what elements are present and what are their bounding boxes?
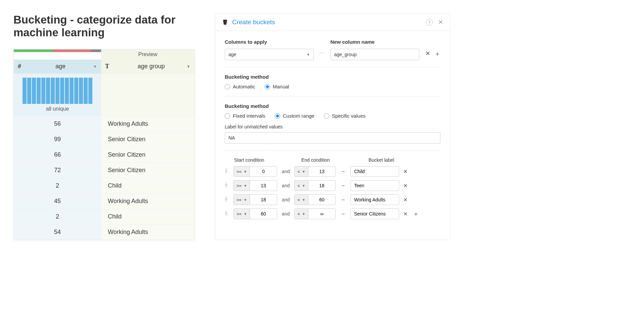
- help-icon[interactable]: ?: [426, 19, 433, 26]
- cell-group: Child: [101, 178, 195, 193]
- radio-custom-range[interactable]: Custom range: [275, 113, 314, 119]
- bucket-label-input[interactable]: [350, 208, 399, 219]
- table-row: 99 Senior Citizen: [14, 131, 195, 147]
- cell-group: Working Adults: [101, 225, 195, 240]
- radio-specific-label: Specific values: [332, 113, 366, 119]
- radio-manual-label: Manual: [273, 84, 289, 89]
- table-row: 56 Working Adults: [14, 116, 195, 131]
- create-buckets-dialog: Create buckets ? ✕ Columns to apply age …: [215, 13, 450, 240]
- chevron-down-icon[interactable]: ▼: [186, 64, 190, 69]
- dialog-title: Create buckets: [232, 18, 421, 26]
- radio-custom-label: Custom range: [283, 113, 314, 119]
- bucket-label-input[interactable]: [350, 194, 399, 205]
- delete-row-icon[interactable]: ✕: [402, 211, 409, 217]
- start-operator-select[interactable]: >= ▼: [234, 166, 250, 176]
- columns-to-apply-label: Columns to apply: [225, 39, 314, 45]
- table-row: 2 Child: [14, 209, 195, 224]
- end-operator-select[interactable]: < ▼: [295, 209, 308, 219]
- column-header-group[interactable]: T age group ▼: [101, 60, 195, 73]
- unmatched-values-input[interactable]: [225, 132, 440, 144]
- bucket-condition-row: ⠿⠿ >= ▼ and < ▼ → ✕: [225, 166, 440, 177]
- end-value-input[interactable]: [308, 166, 335, 176]
- delete-row-icon[interactable]: ✕: [402, 183, 409, 189]
- add-column-icon[interactable]: ＋: [434, 50, 440, 58]
- start-value-input[interactable]: [250, 181, 277, 191]
- end-value-input[interactable]: [308, 209, 335, 219]
- new-column-name-label: New column name: [331, 39, 420, 45]
- range-type-label: Bucketing method: [225, 103, 440, 109]
- end-operator-select[interactable]: < ▼: [295, 166, 308, 176]
- end-operator-select[interactable]: < ▼: [295, 195, 308, 205]
- histogram-label: all unique: [20, 106, 94, 112]
- arrow-right-icon: →: [338, 183, 348, 189]
- cell-age: 54: [14, 225, 101, 240]
- radio-automatic[interactable]: Automatic: [225, 84, 255, 89]
- bucket-condition-row: ⠿⠿ >= ▼ and < ▼ → ✕: [225, 180, 440, 191]
- drag-handle-icon[interactable]: ⠿⠿: [225, 170, 231, 173]
- table-row: 72 Senior Citizen: [14, 162, 195, 178]
- arrow-right-icon: →: [338, 168, 348, 174]
- cell-age: 72: [14, 163, 101, 178]
- and-connector: and: [280, 183, 292, 188]
- preview-header-label: Preview: [101, 49, 195, 60]
- radio-fixed-intervals[interactable]: Fixed intervals: [225, 113, 265, 119]
- cell-age: 66: [14, 147, 101, 162]
- start-value-input[interactable]: [250, 166, 277, 176]
- cell-age: 56: [14, 116, 101, 131]
- start-operator-select[interactable]: >= ▼: [234, 181, 250, 191]
- and-connector: and: [280, 211, 292, 216]
- table-row: 2 Child: [14, 178, 195, 193]
- column-header-age-label: age: [28, 63, 93, 70]
- add-row-icon[interactable]: ＋: [412, 210, 420, 218]
- column-header-age[interactable]: # age ▼: [14, 60, 101, 73]
- end-value-input[interactable]: [308, 195, 335, 205]
- chevron-down-icon: ▼: [307, 53, 310, 56]
- column-quality-bar-gray: [91, 49, 101, 52]
- end-operator-select[interactable]: < ▼: [295, 181, 308, 191]
- end-condition-header: End condition: [301, 157, 369, 163]
- text-type-icon: T: [105, 63, 109, 70]
- drag-handle-icon[interactable]: ⠿⠿: [225, 198, 231, 201]
- end-value-input[interactable]: [308, 181, 335, 191]
- radio-specific-values[interactable]: Specific values: [324, 113, 366, 119]
- drag-handle-icon[interactable]: ⠿⠿: [225, 212, 231, 215]
- cell-group: Working Adults: [101, 116, 195, 131]
- chevron-down-icon[interactable]: ▼: [93, 64, 97, 69]
- column-header-group-label: age group: [116, 63, 186, 70]
- radio-manual[interactable]: Manual: [265, 84, 289, 89]
- histogram-cell-group: [101, 74, 195, 116]
- bucket-condition-row: ⠿⠿ >= ▼ and < ▼ → ✕: [225, 194, 440, 205]
- start-condition-header: Start condition: [234, 157, 301, 163]
- radio-circle-icon: [275, 113, 280, 119]
- drag-handle-icon[interactable]: ⠿⠿: [225, 184, 231, 187]
- remove-column-icon[interactable]: ✕: [425, 50, 430, 58]
- bucketing-method-label: Bucketing method: [225, 74, 440, 80]
- cell-group: Working Adults: [101, 194, 195, 209]
- bucket-icon: [222, 19, 228, 25]
- hash-icon: #: [18, 63, 21, 70]
- radio-circle-icon: [265, 84, 270, 89]
- unmatched-label: Label for unmatched values: [225, 124, 440, 129]
- start-operator-select[interactable]: >= ▼: [234, 209, 250, 219]
- start-value-input[interactable]: [250, 209, 277, 219]
- delete-row-icon[interactable]: ✕: [402, 168, 409, 175]
- start-operator-select[interactable]: >= ▼: [234, 195, 250, 205]
- new-column-name-input[interactable]: [331, 49, 420, 60]
- cell-age: 45: [14, 194, 101, 209]
- delete-row-icon[interactable]: ✕: [402, 197, 409, 203]
- bucket-label-input[interactable]: [350, 180, 399, 191]
- end-condition-group: < ▼: [294, 208, 336, 219]
- cell-age: 2: [14, 178, 101, 193]
- end-condition-group: < ▼: [294, 166, 336, 177]
- table-row: 45 Working Adults: [14, 193, 195, 209]
- bucket-label-input[interactable]: [350, 166, 399, 177]
- columns-to-apply-select[interactable]: age ▼: [225, 49, 314, 60]
- cell-group: Senior Citizen: [101, 132, 195, 147]
- arrow-right-icon: →: [338, 211, 348, 217]
- histogram-bars: [20, 77, 94, 104]
- table-row: 66 Senior Citizen: [14, 147, 195, 162]
- connector-dash: —: [320, 39, 325, 55]
- start-value-input[interactable]: [250, 195, 277, 205]
- radio-automatic-label: Automatic: [233, 84, 255, 89]
- close-icon[interactable]: ✕: [438, 18, 443, 26]
